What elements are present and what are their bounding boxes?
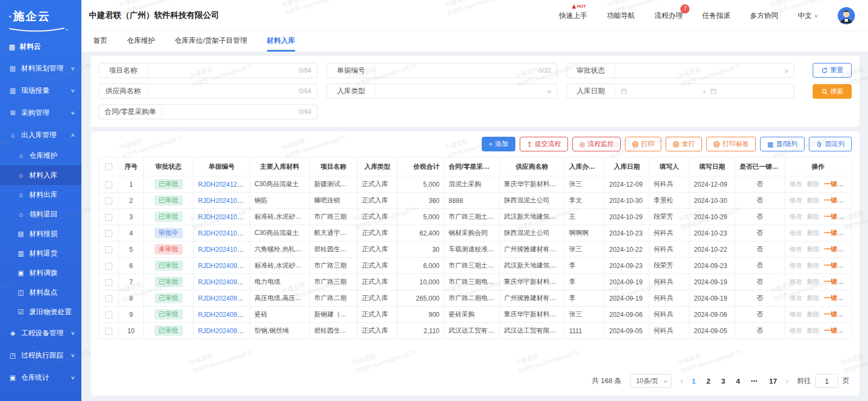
delete-link[interactable]: 删除 — [807, 310, 820, 318]
print-button[interactable]: 打印 — [625, 137, 661, 151]
modify-link[interactable]: 修改 — [789, 245, 802, 253]
delete-link[interactable]: 删除 — [807, 278, 820, 285]
overprint-button[interactable]: 套打 — [666, 137, 702, 151]
one-click-out-link[interactable]: 一键出库 — [824, 262, 850, 269]
delete-link[interactable]: 删除 — [807, 229, 820, 237]
sidebar-item-material-in[interactable]: ⌂材料入库 — [0, 166, 81, 185]
row-checkbox[interactable] — [105, 214, 112, 221]
approval-status-select[interactable]: ∨ — [615, 63, 794, 78]
modify-link[interactable]: 修改 — [789, 278, 802, 285]
sidebar-section-material-cloud[interactable]: ▦ 材料云 — [0, 33, 81, 57]
search-button[interactable]: 搜索 — [813, 84, 852, 99]
nav-item-task-assign[interactable]: 任务指派 — [702, 11, 730, 21]
row-checkbox[interactable] — [105, 263, 112, 270]
modify-link[interactable]: 修改 — [789, 229, 802, 237]
doc-number-link[interactable]: RJDH20241031683 — [198, 230, 250, 237]
language-selector[interactable]: 中文 ∨ — [797, 11, 818, 21]
prev-page-button[interactable]: ‹ — [680, 377, 683, 385]
sidebar-item-in-out-warehouse[interactable]: ⌂出入库管理∧ — [0, 124, 81, 146]
one-click-out-link[interactable]: 一键出库 — [824, 278, 850, 285]
submit-flow-button[interactable]: ↥提交流程 — [520, 137, 568, 151]
delete-link[interactable]: 删除 — [807, 196, 820, 204]
modify-link[interactable]: 修改 — [789, 196, 802, 204]
sidebar-item-procurement[interactable]: ⊞采购管理∨ — [0, 101, 81, 124]
modify-link[interactable]: 修改 — [789, 213, 802, 220]
row-checkbox[interactable] — [105, 246, 112, 253]
supplier-name-input[interactable]: 0/64 — [147, 84, 317, 98]
inbound-type-select[interactable]: ∨ — [375, 84, 557, 98]
delete-link[interactable]: 删除 — [807, 262, 820, 269]
next-page-button[interactable]: › — [786, 377, 788, 385]
one-click-out-link[interactable]: 一键出库 — [824, 310, 850, 318]
doc-number-input[interactable]: 0/32 — [375, 63, 557, 78]
flow-monitor-button[interactable]: ◎流程监控 — [572, 137, 621, 151]
delete-link[interactable]: 删除 — [807, 180, 820, 188]
row-checkbox[interactable] — [105, 181, 112, 188]
page-ellipsis[interactable]: ⋯ — [751, 377, 758, 385]
show-hide-columns-button[interactable]: ▦显/隐列 — [760, 137, 805, 151]
doc-number-link[interactable]: RJDH20240930211 — [198, 327, 250, 335]
nav-item-flow-handle[interactable]: 流程办理7 — [654, 11, 682, 21]
sidebar-item-material-transfer[interactable]: ▣材料调拨 — [0, 263, 81, 283]
modify-link[interactable]: 修改 — [789, 327, 802, 334]
row-checkbox[interactable] — [105, 279, 112, 286]
avatar[interactable] — [838, 7, 855, 24]
doc-number-link[interactable]: RJDH20241233650 — [198, 181, 250, 188]
select-all-checkbox[interactable] — [105, 163, 112, 170]
nav-item-quick-start[interactable]: 快速上手HOT — [559, 11, 587, 21]
doc-number-link[interactable]: RJDH20241031890 — [198, 197, 250, 205]
tab-warehouse-maintain[interactable]: 仓库维护 — [127, 36, 155, 52]
one-click-out-link[interactable]: 一键出库 — [824, 245, 850, 253]
sidebar-item-equipment[interactable]: ◈工程设备管理∨ — [0, 322, 81, 344]
one-click-out-link[interactable]: 一键出库 — [824, 213, 850, 220]
one-click-out-link[interactable]: 一键出库 — [824, 294, 850, 302]
sidebar-item-warehouse-stats[interactable]: ▣仓库统计∨ — [0, 366, 81, 389]
goto-page-input[interactable] — [815, 374, 838, 388]
page-number[interactable]: 17 — [769, 377, 777, 385]
doc-number-link[interactable]: RJDH20241031848 — [198, 213, 250, 221]
contract-input[interactable]: 0/64 — [162, 105, 317, 119]
one-click-out-link[interactable]: 一键出库 — [824, 229, 850, 237]
doc-number-link[interactable]: RJDH20240930585 — [198, 295, 250, 302]
inbound-date-end-input[interactable] — [710, 88, 788, 94]
tab-material-in[interactable]: 材料入库 — [267, 36, 295, 52]
doc-number-link[interactable]: RJDH20240930724 — [198, 262, 250, 270]
sidebar-item-process-tracking[interactable]: ◳过程执行跟踪∨ — [0, 344, 81, 366]
doc-number-link[interactable]: RJDH20240930225 — [198, 311, 250, 319]
nav-item-multi-collab[interactable]: 多方协同 — [750, 11, 778, 21]
print-label-button[interactable]: 打印标签 — [706, 137, 756, 151]
delete-link[interactable]: 删除 — [807, 213, 820, 220]
sidebar-item-warehouse-maintain[interactable]: ⌂仓库维护 — [0, 146, 81, 166]
page-number[interactable]: 1 — [692, 377, 695, 385]
add-button[interactable]: +添加 — [482, 137, 515, 151]
doc-number-link[interactable]: RJDH20241031666 — [198, 246, 250, 253]
sidebar-item-site-measure[interactable]: ▥现场报量∨ — [0, 79, 81, 101]
one-click-out-link[interactable]: 一键出库 — [824, 180, 850, 188]
modify-link[interactable]: 修改 — [789, 180, 802, 188]
row-checkbox[interactable] — [105, 198, 112, 205]
modify-link[interactable]: 修改 — [789, 262, 802, 269]
tab-warehouse-rack[interactable]: 仓库库位/货架子目管理 — [175, 36, 247, 52]
page-number[interactable]: 3 — [721, 377, 725, 385]
sidebar-item-waste-disposal[interactable]: ☑废旧物资处置 — [0, 302, 81, 322]
one-click-out-link[interactable]: 一键出库 — [824, 196, 850, 204]
sidebar-item-pick-return[interactable]: ⌂领料退回 — [0, 205, 81, 224]
sidebar-item-material-out[interactable]: ⌂材料出库 — [0, 185, 81, 205]
nav-item-feature-nav[interactable]: 功能导航 — [607, 11, 635, 21]
row-checkbox[interactable] — [105, 230, 112, 237]
doc-number-link[interactable]: RJDH20240930595 — [198, 278, 250, 286]
page-number[interactable]: 4 — [736, 377, 740, 385]
delete-link[interactable]: 删除 — [807, 245, 820, 253]
project-name-input[interactable]: 0/64 — [147, 63, 317, 78]
page-size-select[interactable]: 10条/页 ∨ — [630, 374, 672, 388]
row-checkbox[interactable] — [105, 311, 112, 319]
row-checkbox[interactable] — [105, 328, 112, 335]
delete-link[interactable]: 删除 — [807, 327, 820, 334]
sidebar-item-material-loss[interactable]: ▤材料报损 — [0, 224, 81, 244]
page-number[interactable]: 2 — [706, 377, 710, 385]
delete-link[interactable]: 删除 — [807, 294, 820, 302]
inbound-date-start-input[interactable] — [621, 88, 699, 94]
tab-home[interactable]: 首页 — [93, 36, 107, 52]
sidebar-item-material-check[interactable]: ◫材料盘点 — [0, 283, 81, 302]
row-checkbox[interactable] — [105, 295, 112, 302]
